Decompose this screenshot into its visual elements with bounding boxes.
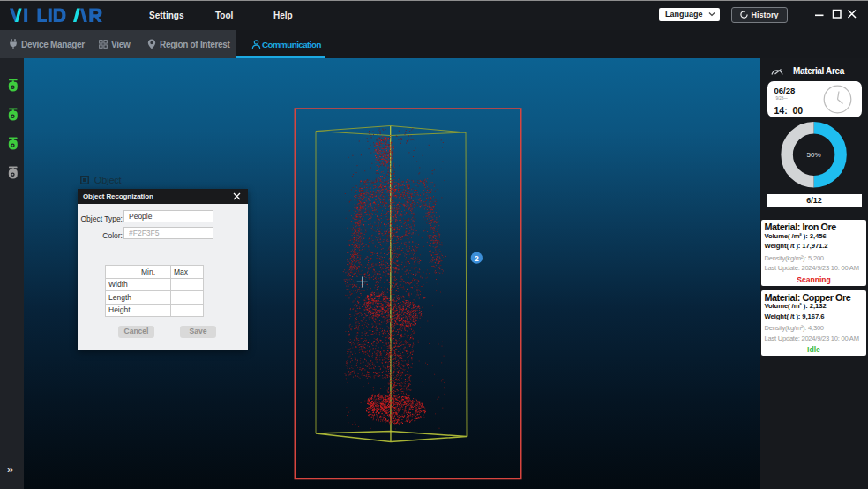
svg-text:2: 2 — [475, 254, 479, 263]
svg-text:50%: 50% — [807, 151, 821, 159]
